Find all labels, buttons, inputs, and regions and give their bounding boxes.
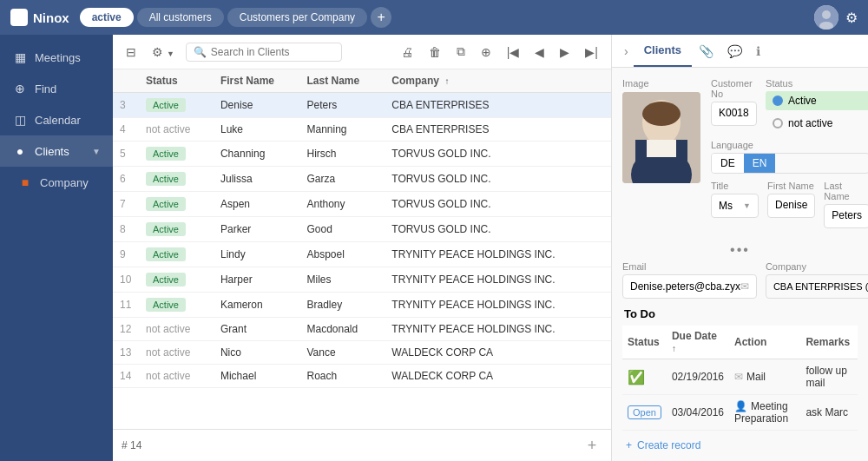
row-status: not active [139,118,214,142]
last-button[interactable]: ▶| [581,43,602,62]
todo-col-remarks[interactable]: Remarks [800,326,858,359]
tab-customers-per-company[interactable]: Customers per Company [227,8,367,27]
company-input[interactable]: CBA ENTERPRISES (EDEN PRAI… ↗ [766,274,868,299]
tab-all-customers[interactable]: All customers [137,8,224,27]
todo-status-done: ✅ [628,370,645,385]
todo-col-due-date[interactable]: Due Date ↑ [667,326,729,359]
detail-tab-attachment[interactable]: 📎 [692,36,720,67]
status-not-active-option[interactable]: not active [766,114,868,133]
avatar[interactable] [814,5,838,30]
row-company: TRYNITY PEACE HOLDINGS INC. [385,242,611,267]
table-row[interactable]: 13 not active Nico Vance WALDECK CORP CA [113,341,611,365]
last-name-field: Last Name Peters [824,181,868,228]
status-badge: Active [146,247,186,261]
title-select[interactable]: Ms ▼ [711,194,759,218]
row-num: 3 [113,93,139,118]
prev-button[interactable]: ◀ [530,43,549,62]
sidebar-item-meetings[interactable]: ▦ Meetings [0,42,113,73]
row-company: WALDECK CORP CA [385,341,611,365]
col-first-name[interactable]: First Name [214,69,300,93]
todo-header: To Do [622,307,858,320]
todo-row-action: ✉Mail [729,359,800,395]
clients-table: Status First Name Last Name Company ↑ 3 … [113,69,611,388]
table-scroll: Status First Name Last Name Company ↑ 3 … [113,69,611,429]
table-row[interactable]: 4 not active Luke Manning CBA ENTERPRISE… [113,118,611,142]
add-row-button[interactable]: + [582,435,602,456]
table-row[interactable]: 3 Active Denise Peters CBA ENTERPRISES [113,93,611,118]
status-badge: Active [146,222,186,236]
row-status: Active [139,192,214,217]
create-record-button[interactable]: + Create record [622,434,858,457]
first-name-input[interactable]: Denise [767,194,815,218]
create-record-icon: + [626,439,632,451]
row-last-name: Abspoel [300,242,385,267]
status-active-option[interactable]: Active [766,91,868,110]
settings-icon[interactable]: ⚙ [845,10,858,26]
col-last-name[interactable]: Last Name [300,69,385,93]
table-row[interactable]: 8 Active Parker Good TORVUS GOLD INC. [113,217,611,242]
lang-en-button[interactable]: EN [744,154,776,173]
row-status: Active [139,217,214,242]
row-num: 12 [113,318,139,341]
status-label: Status [766,78,868,89]
tab-bar: active All customers Customers per Compa… [80,7,804,28]
col-company[interactable]: Company ↑ [385,69,611,93]
detail-tab-clients[interactable]: Clients [634,35,692,67]
filter-button[interactable]: ⊟ [122,43,141,62]
company-value: CBA ENTERPRISES (EDEN PRAI… [773,281,868,292]
first-button[interactable]: |◀ [503,43,524,62]
lang-de-button[interactable]: DE [712,154,744,173]
table-row[interactable]: 6 Active Julissa Garza TORVUS GOLD INC. [113,167,611,192]
row-company: TRYNITY PEACE HOLDINGS INC. [385,318,611,341]
tab-active[interactable]: active [80,8,134,27]
add-button[interactable]: ⊕ [477,43,496,62]
row-num: 11 [113,293,139,318]
status-not-active-radio[interactable] [773,118,783,128]
more-button[interactable]: ••• [622,239,858,261]
detail-tab-chat[interactable]: 💬 [720,36,749,67]
svg-point-1 [822,10,831,19]
row-last-name: Macdonald [300,318,385,341]
copy-button[interactable]: ⧉ [452,42,470,62]
todo-table: Status Due Date ↑ Action Remarks ✅ 02/19… [622,326,858,431]
table-row[interactable]: 10 Active Harper Miles TRYNITY PEACE HOL… [113,267,611,293]
language-row: Language DE EN [711,140,868,174]
customer-no-input[interactable]: K0018 [711,102,757,126]
search-input[interactable] [211,46,334,58]
todo-row-status: ✅ [622,359,667,395]
table-row[interactable]: 9 Active Lindy Abspoel TRYNITY PEACE HOL… [113,242,611,267]
todo-col-status[interactable]: Status [622,326,667,359]
email-input[interactable]: Denise.peters@cba.zyx ✉ [622,274,757,299]
col-num [113,69,139,93]
col-status[interactable]: Status [139,69,214,93]
row-last-name: Bradley [300,293,385,318]
todo-row[interactable]: ✅ 02/19/2016 ✉Mail follow up mail [622,359,858,395]
brand-name: Ninox [33,10,69,25]
todo-row[interactable]: Open 03/04/2016 👤Meeting Preparation ask… [622,395,858,431]
todo-title: To Do [624,307,655,320]
sidebar-item-calendar[interactable]: ◫ Calendar [0,104,113,135]
detail-tab-info[interactable]: ℹ [749,36,767,67]
expand-button[interactable]: › [619,37,634,65]
sidebar-item-company[interactable]: ■ Company [0,167,113,198]
table-row[interactable]: 12 not active Grant Macdonald TRYNITY PE… [113,318,611,341]
sidebar-item-clients[interactable]: ● Clients ▼ [0,135,113,167]
status-badge: Active [146,298,186,312]
sidebar-item-find[interactable]: ⊕ Find [0,73,113,104]
delete-button[interactable]: 🗑 [424,43,445,62]
table-row[interactable]: 11 Active Kameron Bradley TRYNITY PEACE … [113,293,611,318]
status-active-radio[interactable] [773,95,783,106]
last-name-input[interactable]: Peters [824,204,868,228]
print-button[interactable]: 🖨 [397,43,418,62]
next-button[interactable]: ▶ [556,43,574,62]
table-row[interactable]: 14 not active Michael Roach WALDECK CORP… [113,365,611,388]
table-row[interactable]: 7 Active Aspen Anthony TORVUS GOLD INC. [113,192,611,217]
row-num: 6 [113,167,139,192]
table-row[interactable]: 5 Active Channing Hirsch TORVUS GOLD INC… [113,142,611,167]
settings-button[interactable]: ⚙ ▼ [148,43,179,62]
row-company: WALDECK CORP CA [385,365,611,388]
add-tab-button[interactable]: + [371,7,391,28]
find-icon: ⊕ [12,82,28,95]
todo-col-action[interactable]: Action [729,326,800,359]
row-status: Active [139,142,214,167]
